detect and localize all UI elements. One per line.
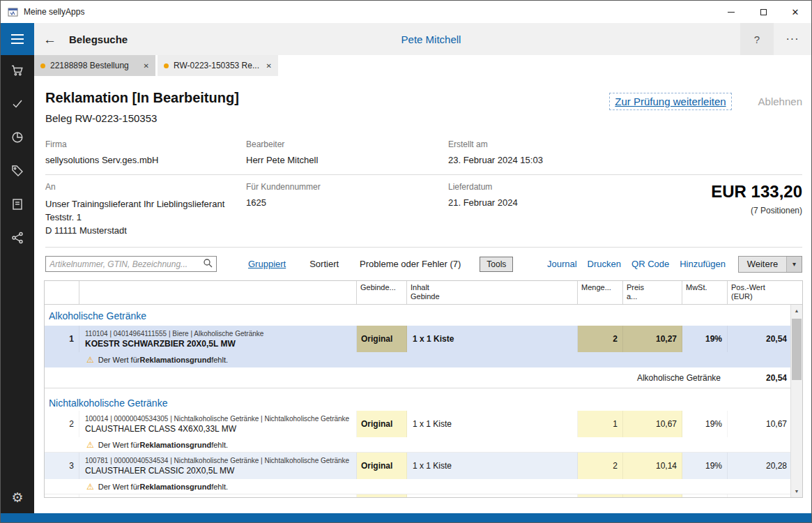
inhalt-cell: 1 x 1 Kiste [407,411,578,437]
tab-bestellung[interactable]: 22188898 Bestellung ✕ [34,55,155,76]
erstellt-value: 23. Februar 2024 15:03 [448,155,622,165]
app-window: Meine sellyApps ✕ ← Belegsuche Pete Mitc… [0,0,812,523]
table-row[interactable]: 4 101049 | 04100500100114 | Wasser | Nic… [45,494,792,498]
table-body: Alkoholische Getränke 1 110104 | 0401496… [45,305,792,498]
article-meta: 100014 | 00000040534305 | Nichtalkoholis… [85,415,356,423]
article-meta: 110104 | 04014964111555 | Biere | Alkoho… [85,330,356,338]
preis-cell[interactable]: 10,67 [623,411,682,437]
mwst-cell: 19% [682,453,728,479]
scroll-up-icon[interactable]: ▲ [791,305,802,317]
sidebar-item-tasks[interactable] [1,89,34,122]
item-toolbar: Gruppiert Sortiert Probleme oder Fehler … [45,255,802,273]
doc-fields-row2: An Unser Trainingslieferant Ihr Liebling… [45,175,802,248]
tab-close-icon[interactable]: ✕ [144,62,149,70]
tools-button[interactable]: Tools [480,257,513,272]
table-scrollbar[interactable]: ▲ ▼ [790,305,802,497]
journal-link[interactable]: Journal [547,259,577,269]
probleme-filter[interactable]: Probleme oder Fehler (7) [360,259,461,269]
table-row[interactable]: 3 100781 | 00000040534534 | Nichtalkohol… [45,453,792,479]
warning-icon: ⚠ [86,482,94,492]
pie-chart-icon [10,130,24,147]
menge-cell[interactable]: 2 [578,453,623,479]
kundennummer-label: Für Kundennummer [246,182,448,192]
inhalt-cell: 1 x 1 Kiste [407,326,578,352]
gebinde-cell[interactable]: Original [357,411,407,437]
col-pos-wert[interactable]: Pos.-Wert(EUR) [728,281,792,304]
preis-cell[interactable]: 10,27 [623,326,682,352]
sidebar-item-orders[interactable] [1,55,34,89]
status-dot-icon [40,63,45,68]
page-title: Reklamation [In Bearbeitung] [45,90,239,106]
maximize-button[interactable] [747,1,779,23]
preis-cell[interactable]: 10,14 [623,453,682,479]
scrollbar-thumb[interactable] [792,319,802,380]
menge-cell[interactable]: 2 [578,326,623,352]
minimize-button[interactable] [715,1,747,23]
search-input[interactable] [49,259,203,269]
sidebar-item-statistics[interactable] [1,122,34,156]
erstellt-label: Erstellt am [448,139,622,149]
article-search[interactable] [45,256,217,272]
close-button[interactable]: ✕ [779,1,811,23]
hamburger-menu-button[interactable] [1,23,34,55]
help-button[interactable]: ? [740,23,774,55]
bearbeiter-label: Bearbeiter [246,139,448,149]
row-warning: ⚠ Der Wert für Reklamationsgrund fehlt. [45,437,792,453]
doc-title-block: Reklamation [In Bearbeitung] Beleg RW-02… [45,90,239,124]
titlebar: Meine sellyApps ✕ [1,1,811,23]
cart-icon [10,63,24,80]
window-title: Meine sellyApps [24,7,84,17]
sidebar: ⚙ [1,55,34,513]
more-options-button[interactable]: ··· [774,23,811,55]
settings-gear-icon[interactable]: ⚙ [1,485,34,509]
menge-cell[interactable] [578,494,623,498]
table-row[interactable]: 1 110104 | 04014964111555 | Biere | Alko… [45,326,792,352]
status-dot-icon [164,63,169,68]
row-warning: ⚠ Der Wert für Reklamationsgrund fehlt. [45,479,792,494]
tab-close-icon[interactable]: ✕ [266,62,272,70]
qr-code-link[interactable]: QR Code [631,259,669,269]
menge-cell[interactable]: 1 [578,411,623,437]
sidebar-item-journal[interactable] [1,189,34,222]
main-content: 22188898 Bestellung ✕ RW-0223-150353 Re.… [34,55,811,513]
search-icon [203,258,213,271]
firma-value: sellysolutions Serv.ges.mbH [45,155,246,165]
warning-icon: ⚠ [86,440,94,450]
gebinde-cell[interactable] [357,494,407,498]
bearbeiter-value: Herr Pete Mitchell [246,155,448,165]
gebinde-cell[interactable]: Original [357,453,407,479]
lieferdatum-value: 21. Februar 2024 [448,197,622,208]
total-amount: EUR 133,20 [711,182,802,202]
mwst-cell [682,494,728,498]
col-inhalt-gebinde[interactable]: InhaltGebinde [407,281,578,304]
table-row[interactable]: 2 100014 | 00000040534305 | Nichtalkohol… [45,411,792,437]
sortiert-toggle[interactable]: Sortiert [309,259,339,269]
col-menge[interactable]: Menge... [578,281,623,304]
weitere-dropdown[interactable]: Weitere ▾ [738,256,802,273]
col-preis[interactable]: Preisa... [623,281,682,304]
hinzufuegen-link[interactable]: Hinzufügen [680,259,726,269]
row-warning: ⚠ Der Wert für Reklamationsgrund fehlt. [45,352,792,367]
reject-button[interactable]: Ablehnen [758,96,802,107]
tab-reklamation[interactable]: RW-0223-150353 Re... ✕ [158,55,278,76]
book-icon [10,197,24,214]
scroll-down-icon[interactable]: ▼ [791,485,802,497]
back-button[interactable]: ← [43,33,56,46]
position-count: (7 Positionen) [711,206,802,215]
sidebar-item-share[interactable] [1,222,34,256]
gruppiert-toggle[interactable]: Gruppiert [248,259,286,269]
preis-cell[interactable] [623,494,682,498]
chevron-down-icon: ▾ [786,257,802,272]
sidebar-item-prices[interactable] [1,156,34,189]
group-subtotal: Alkoholische Getränke 20,54 [45,367,792,388]
gebinde-cell[interactable]: Original [357,326,407,352]
forward-for-review-button[interactable]: Zur Prüfung weiterleiten [609,93,731,110]
col-mwst[interactable]: MwSt. [682,281,728,304]
tag-icon [10,164,24,181]
col-gebinde[interactable]: Gebinde... [357,281,407,304]
check-icon [10,97,24,114]
drucken-link[interactable]: Drucken [588,259,621,269]
current-user[interactable]: Pete Mitchell [401,33,461,45]
wert-cell: 10,67 [728,411,792,437]
doc-number: Beleg RW-0223-150353 [45,112,239,124]
